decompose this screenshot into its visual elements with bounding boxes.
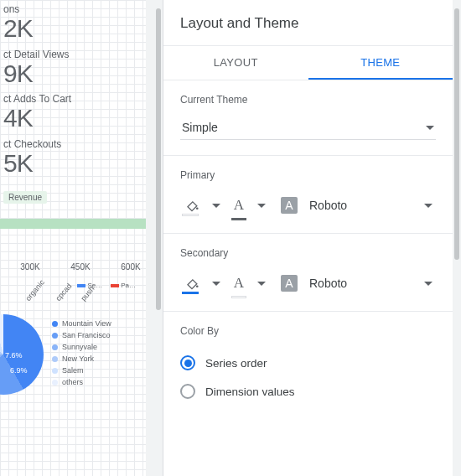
section-label: Primary bbox=[180, 169, 436, 181]
paint-bucket-icon bbox=[184, 275, 200, 292]
section-primary-style: Primary A A Roboto bbox=[163, 156, 453, 234]
caret-down-icon bbox=[424, 282, 433, 286]
legend-dot bbox=[52, 333, 58, 339]
text-color-swatch bbox=[231, 296, 246, 298]
radio-series-order[interactable]: Series order bbox=[180, 349, 436, 377]
kpi-tile[interactable]: ct Detail Views 9K bbox=[0, 45, 146, 91]
revenue-bar[interactable] bbox=[0, 219, 146, 229]
fill-color-swatch bbox=[182, 214, 199, 216]
legend-dot bbox=[52, 321, 58, 327]
kpi-label: ct Adds To Cart bbox=[3, 93, 146, 105]
font-select-menu[interactable] bbox=[421, 271, 436, 296]
scrollbar-thumb[interactable] bbox=[454, 8, 459, 260]
section-label: Current Theme bbox=[180, 94, 436, 106]
caret-down-icon bbox=[212, 282, 220, 286]
column-chart-categories: organic cpcad push bbox=[0, 294, 146, 303]
pie-slice-pct: 6.9% bbox=[10, 366, 28, 375]
text-color-menu[interactable] bbox=[254, 271, 269, 296]
kpi-tile[interactable]: ct Checkouts 5K bbox=[0, 135, 146, 180]
radio-dimension-values[interactable]: Dimension values bbox=[180, 377, 436, 406]
radio-label: Series order bbox=[205, 357, 267, 370]
legend-dot bbox=[52, 356, 58, 362]
svg-point-0 bbox=[196, 207, 199, 210]
legend-swatch bbox=[77, 284, 85, 287]
section-current-theme: Current Theme Simple bbox=[163, 80, 453, 156]
font-select-menu[interactable] bbox=[421, 193, 436, 218]
section-color-by: Color By Series order Dimension values bbox=[163, 312, 453, 421]
caret-down-icon bbox=[212, 204, 220, 208]
caret-down-icon bbox=[424, 204, 433, 208]
panel-title: Layout and Theme bbox=[163, 0, 453, 46]
font-icon: A bbox=[281, 197, 298, 214]
layout-and-theme-panel: Layout and Theme LAYOUT THEME Current Th… bbox=[163, 0, 453, 476]
pie-legend-item: San Francisco bbox=[52, 331, 111, 339]
pie-legend-item: New York bbox=[52, 354, 111, 363]
kpi-value: 4K bbox=[3, 105, 146, 132]
text-color-menu[interactable] bbox=[254, 193, 269, 218]
pie-legend: Mountain View San Francisco Sunnyvale Ne… bbox=[52, 319, 111, 390]
fill-color-swatch bbox=[182, 292, 199, 294]
pie-chart[interactable]: 7.6% 6.9% Mountain View San Francisco Su… bbox=[0, 314, 146, 415]
tab-theme[interactable]: THEME bbox=[308, 46, 453, 80]
pie-legend-item: Mountain View bbox=[52, 319, 111, 328]
pie-legend-item: others bbox=[52, 378, 111, 386]
axis-tick: 600K bbox=[116, 262, 146, 272]
window-scrollbar[interactable] bbox=[453, 0, 461, 476]
fill-color-menu[interactable] bbox=[209, 193, 224, 218]
fill-color-button[interactable] bbox=[180, 271, 204, 296]
pie-legend-item: Sunnyvale bbox=[52, 343, 111, 351]
section-label: Secondary bbox=[180, 247, 436, 259]
caret-down-icon bbox=[426, 126, 434, 130]
column-chart-legend: Se… Pa… bbox=[0, 282, 146, 289]
kpi-tile[interactable]: ons 2K bbox=[0, 0, 146, 45]
section-label: Color By bbox=[180, 325, 436, 337]
radio-label: Dimension values bbox=[205, 385, 295, 398]
kpi-label: ct Checkouts bbox=[3, 138, 146, 150]
kpi-value: 5K bbox=[3, 150, 146, 177]
svg-point-1 bbox=[196, 285, 199, 287]
pie-slice-pct: 7.6% bbox=[5, 351, 23, 360]
text-color-swatch bbox=[231, 218, 246, 220]
radio-icon bbox=[180, 355, 195, 370]
legend-swatch bbox=[111, 284, 119, 287]
fill-color-button[interactable] bbox=[180, 193, 204, 218]
legend-dot bbox=[52, 368, 58, 374]
caret-down-icon bbox=[257, 282, 266, 286]
section-secondary-style: Secondary A A Roboto bbox=[163, 234, 453, 312]
radio-icon bbox=[180, 384, 195, 399]
dashboard-canvas[interactable]: ons 2K ct Detail Views 9K ct Adds To Car… bbox=[0, 0, 146, 476]
scrollbar-thumb[interactable] bbox=[156, 8, 161, 310]
text-color-button[interactable]: A bbox=[229, 193, 249, 218]
font-select-value[interactable]: Roboto bbox=[303, 277, 416, 290]
text-color-button[interactable]: A bbox=[229, 271, 249, 296]
caret-down-icon bbox=[257, 204, 266, 208]
paint-bucket-icon bbox=[184, 197, 200, 214]
panel-tabs: LAYOUT THEME bbox=[163, 46, 453, 80]
canvas-scrollbar[interactable] bbox=[146, 0, 154, 476]
font-icon: A bbox=[281, 275, 298, 292]
revenue-legend: Revenue bbox=[3, 191, 47, 204]
font-select-value[interactable]: Roboto bbox=[303, 199, 416, 212]
kpi-tile[interactable]: ct Adds To Cart 4K bbox=[0, 90, 146, 135]
panel-scrollbar[interactable] bbox=[154, 0, 163, 476]
pie-legend-item: Salem bbox=[52, 366, 111, 375]
kpi-value: 9K bbox=[3, 60, 146, 87]
legend-dot bbox=[52, 380, 58, 385]
axis-ticks: 300K 450K 600K bbox=[0, 262, 146, 272]
axis-tick: 450K bbox=[65, 262, 96, 272]
theme-select-value: Simple bbox=[182, 121, 218, 134]
kpi-label: ct Detail Views bbox=[3, 49, 146, 60]
kpi-label: ons bbox=[3, 3, 146, 15]
theme-select[interactable]: Simple bbox=[180, 117, 436, 140]
fill-color-menu[interactable] bbox=[209, 271, 224, 296]
tab-layout[interactable]: LAYOUT bbox=[163, 46, 308, 80]
kpi-value: 2K bbox=[3, 15, 146, 42]
axis-tick: 300K bbox=[15, 262, 45, 272]
legend-dot bbox=[52, 344, 58, 350]
